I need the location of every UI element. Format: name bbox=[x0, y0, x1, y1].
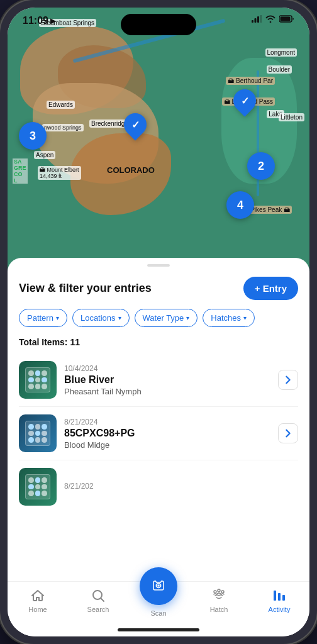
chevron-right-icon bbox=[285, 429, 291, 438]
entry-thumbnail bbox=[19, 468, 57, 506]
tab-home-label: Home bbox=[28, 606, 47, 613]
svg-rect-11 bbox=[278, 593, 281, 601]
map-label-inwood: nwood Springs bbox=[42, 124, 84, 131]
map-label-elbert: 🏔 Mount Elbert14,439 ft bbox=[38, 166, 81, 180]
add-entry-button[interactable]: + Entry bbox=[243, 277, 298, 300]
entry-row-partial[interactable]: 8/21/202 bbox=[19, 460, 298, 506]
entry-date: 8/21/2024 bbox=[64, 418, 270, 426]
entry-chevron-button[interactable] bbox=[278, 370, 298, 390]
entry-info: 10/4/2024 Blue River Pheasant Tail Nymph bbox=[64, 364, 270, 396]
home-indicator bbox=[118, 628, 199, 631]
map-pin-3[interactable]: 3 bbox=[19, 122, 47, 150]
svg-rect-3 bbox=[260, 15, 262, 23]
svg-rect-1 bbox=[255, 18, 257, 23]
sheet-header: View & filter your entries + Entry bbox=[8, 277, 309, 309]
entries-list[interactable]: 10/4/2024 Blue River Pheasant Tail Nymph bbox=[8, 353, 309, 581]
battery-icon bbox=[279, 15, 294, 23]
sheet-handle[interactable] bbox=[147, 264, 170, 267]
svg-point-7 bbox=[214, 591, 216, 593]
tab-activity-label: Activity bbox=[269, 606, 291, 613]
entry-name: Blue River bbox=[64, 374, 270, 386]
filter-chips: Pattern ▾ Locations ▾ Water Type ▾ Hatch… bbox=[8, 309, 309, 335]
tab-activity[interactable]: Activity bbox=[249, 588, 309, 613]
phone-screen: 11:09 ▶ bbox=[8, 8, 309, 636]
map-label-aspen: Aspen bbox=[34, 151, 55, 159]
home-icon bbox=[30, 588, 45, 603]
map-state-sa: SA bbox=[13, 158, 28, 165]
activity-icon bbox=[272, 588, 287, 603]
map-pin-4[interactable]: 4 bbox=[226, 191, 254, 219]
filter-chip-water-type[interactable]: Water Type ▾ bbox=[135, 309, 198, 327]
status-time: 11:09 ▶ bbox=[23, 15, 55, 26]
entry-date: 8/21/202 bbox=[64, 482, 298, 491]
svg-rect-2 bbox=[257, 16, 259, 23]
total-items: Total Items: 11 bbox=[8, 335, 309, 353]
chevron-down-icon: ▾ bbox=[186, 314, 189, 321]
dynamic-island bbox=[121, 14, 196, 35]
filter-chip-pattern[interactable]: Pattern ▾ bbox=[19, 309, 67, 327]
map-state-co: CO bbox=[13, 171, 28, 177]
entry-date: 10/4/2024 bbox=[64, 364, 270, 373]
map-label-colorado: COLORADO bbox=[105, 165, 157, 175]
tab-scan-label: Scan bbox=[150, 609, 166, 617]
chevron-down-icon: ▾ bbox=[243, 314, 247, 321]
hatch-icon bbox=[211, 588, 226, 603]
signal-icon bbox=[252, 15, 262, 23]
chevron-right-icon bbox=[285, 375, 291, 384]
sheet-title: View & filter your entries bbox=[19, 282, 152, 295]
entry-chevron-button[interactable] bbox=[278, 423, 298, 443]
tab-home[interactable]: Home bbox=[8, 588, 68, 613]
wifi-icon bbox=[265, 15, 275, 23]
map-label-pikes: Pikes Peak 🏔 bbox=[248, 206, 292, 214]
entry-row[interactable]: 8/21/2024 85CPXC98+PG Blood Midge bbox=[19, 407, 298, 460]
entry-row[interactable]: 10/4/2024 Blue River Pheasant Tail Nymph bbox=[19, 353, 298, 407]
location-arrow-icon: ▶ bbox=[50, 17, 55, 25]
tab-search[interactable]: Search bbox=[68, 588, 128, 613]
entry-info: 8/21/202 bbox=[64, 482, 298, 492]
bottom-sheet: View & filter your entries + Entry Patte… bbox=[8, 258, 309, 581]
clock: 11:09 bbox=[23, 15, 48, 26]
entry-subtitle: Blood Midge bbox=[64, 440, 270, 450]
scan-fab-button[interactable] bbox=[140, 567, 177, 605]
map-label-littleton: Littleton bbox=[279, 113, 304, 121]
tab-hatch[interactable]: Hatch bbox=[189, 588, 249, 613]
map-label-boulder: Boulder bbox=[267, 65, 292, 74]
search-icon bbox=[91, 588, 106, 603]
map-pin-check-1[interactable]: ✓ bbox=[124, 113, 147, 136]
svg-rect-10 bbox=[274, 591, 276, 601]
entry-thumbnail bbox=[19, 361, 57, 399]
map-label-longmont: Longmont bbox=[265, 48, 297, 57]
map-state-gre: GRE bbox=[13, 165, 28, 171]
map-background: Steamboat Springs Longmont Boulder 🏔 Ber… bbox=[8, 8, 309, 272]
phone-frame: 11:09 ▶ bbox=[0, 0, 317, 644]
map-label-edwards: Edwards bbox=[47, 101, 75, 109]
svg-rect-5 bbox=[281, 17, 291, 21]
entry-info: 8/21/2024 85CPXC98+PG Blood Midge bbox=[64, 418, 270, 450]
map-section[interactable]: Steamboat Springs Longmont Boulder 🏔 Ber… bbox=[8, 8, 309, 272]
entry-name: 85CPXC98+PG bbox=[64, 428, 270, 439]
svg-point-8 bbox=[218, 589, 220, 592]
svg-rect-12 bbox=[282, 595, 285, 601]
entry-subtitle: Pheasant Tail Nymph bbox=[64, 387, 270, 396]
svg-point-16 bbox=[158, 585, 160, 587]
status-icons bbox=[252, 15, 294, 23]
map-label-berthoud: 🏔 Berthoud Par bbox=[226, 77, 275, 85]
svg-rect-0 bbox=[252, 20, 253, 23]
map-pin-check-2[interactable]: ✓ bbox=[233, 89, 256, 112]
svg-point-9 bbox=[221, 591, 224, 593]
filter-chip-locations[interactable]: Locations ▾ bbox=[72, 309, 130, 327]
chevron-down-icon: ▾ bbox=[118, 314, 121, 321]
entry-thumbnail bbox=[19, 414, 57, 452]
map-pin-2[interactable]: 2 bbox=[247, 152, 275, 180]
tab-search-label: Search bbox=[87, 606, 109, 613]
camera-scan-icon bbox=[150, 577, 167, 595]
tab-hatch-label: Hatch bbox=[210, 606, 228, 613]
filter-chip-hatches[interactable]: Hatches ▾ bbox=[203, 309, 255, 327]
chevron-down-icon: ▾ bbox=[56, 314, 59, 321]
map-state-l: L bbox=[13, 177, 28, 184]
map-state-labels: SA GRE CO L bbox=[13, 158, 28, 184]
